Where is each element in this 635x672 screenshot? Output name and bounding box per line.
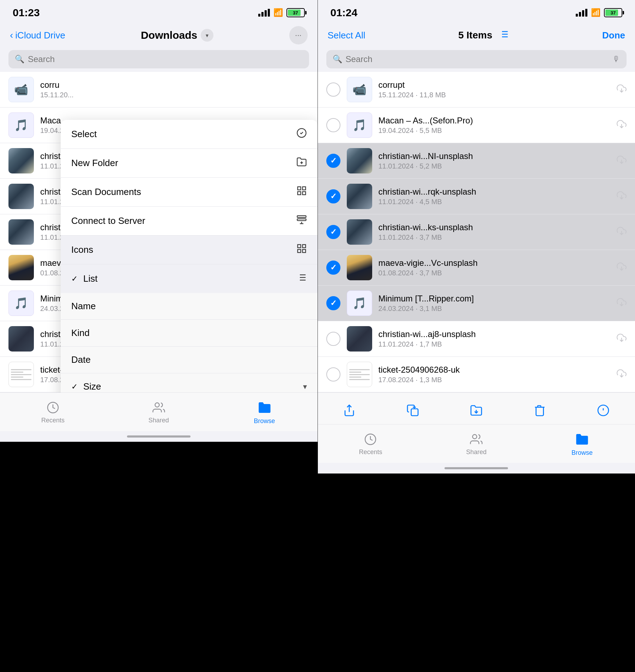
file-item-christian-ni[interactable]: christian-wi...NI-unsplash 11.01.2024 · … (318, 143, 635, 179)
move-button[interactable] (466, 400, 487, 421)
back-button-left[interactable]: ‹ iCloud Drive (10, 30, 65, 41)
cloud-icon-ticket[interactable] (617, 368, 627, 381)
cloud-icon-macan[interactable] (617, 119, 627, 132)
tab-recents-right[interactable]: Recents (318, 433, 424, 456)
chevron-down-size-icon: ▾ (303, 382, 307, 391)
tab-label-browse-left: Browse (254, 417, 275, 425)
menu-item-kind[interactable]: Kind (61, 320, 318, 347)
dropdown-toggle-button[interactable]: ▾ (201, 29, 213, 42)
file-thumb-christian3 (8, 219, 34, 245)
tab-browse-left[interactable]: Browse (212, 401, 318, 425)
cloud-icon-christian-rqk[interactable] (617, 190, 627, 203)
file-info-christian-aj8: christian-wi...aj8-unsplash 11.01.2024 ·… (379, 329, 611, 348)
menu-label-select: Select (71, 129, 97, 140)
cloud-icon-christian-ni[interactable] (617, 155, 627, 167)
menu-item-date[interactable]: Date (61, 347, 318, 373)
svg-point-48 (473, 435, 477, 439)
cloud-icon-corrupt[interactable] (617, 84, 627, 96)
file-item-maeva-right[interactable]: maeva-vigie...Vc-unsplash 01.08.2024 · 3… (318, 250, 635, 286)
svg-rect-9 (297, 219, 306, 221)
cloud-icon-maeva[interactable] (617, 262, 627, 274)
menu-item-size[interactable]: ✓ Size ▾ (61, 373, 318, 392)
select-circle-christian-ks[interactable] (326, 225, 340, 239)
tab-recents-left[interactable]: Recents (0, 401, 106, 424)
file-item-macan-right[interactable]: 🎵 Macan – As...(Sefon.Pro) 19.04.2024 · … (318, 108, 635, 143)
menu-label-new-folder: New Folder (71, 158, 118, 169)
file-meta-corrupt: 15.11.20... (40, 91, 309, 99)
file-item-christian-rqk[interactable]: christian-wi...rqk-unsplash 11.01.2024 ·… (318, 179, 635, 214)
menu-item-list[interactable]: ✓ List (61, 264, 318, 293)
file-thumb-minimum-right: 🎵 (347, 291, 372, 316)
wifi-icon-right: 📶 (591, 8, 600, 17)
filemeta-minimum-right: 24.03.2024 · 3,1 MB (379, 305, 611, 313)
menu-item-new-folder[interactable]: New Folder (61, 149, 318, 178)
items-count-title: 5 Items (458, 30, 492, 41)
search-input-left[interactable] (28, 54, 303, 64)
menu-item-connect-server[interactable]: Connect to Server (61, 207, 318, 236)
select-circle-ticket[interactable] (326, 367, 340, 381)
cloud-icon-minimum[interactable] (617, 297, 627, 310)
filemeta-macan-right: 19.04.2024 · 5,5 MB (379, 127, 611, 135)
filemeta-christian-rqk: 11.01.2024 · 4,5 MB (379, 198, 611, 206)
file-item-corrupt-right[interactable]: 📹 corrupt 15.11.2024 · 11,8 MB (318, 72, 635, 108)
video-icon: 📹 (14, 83, 28, 96)
cloud-icon-christian-aj8[interactable] (617, 333, 627, 345)
file-item-minimum-right[interactable]: 🎵 Minimum [T...Ripper.com] 24.03.2024 · … (318, 286, 635, 321)
file-item-corrupt[interactable]: 📹 corru 15.11.20... (0, 72, 318, 108)
tab-browse-right[interactable]: Browse (529, 432, 635, 457)
share-button[interactable] (339, 400, 360, 421)
menu-item-select[interactable]: Select (61, 120, 318, 149)
search-bar-left[interactable]: 🔍 (8, 50, 309, 68)
tab-shared-right[interactable]: Shared (423, 433, 529, 456)
more-action-button[interactable] (593, 400, 614, 421)
svg-rect-4 (297, 187, 301, 190)
status-icons-left: 📶 37 (258, 8, 305, 17)
file-item-christian-aj8[interactable]: christian-wi...aj8-unsplash 11.01.2024 ·… (318, 321, 635, 357)
file-thumb-maeva (8, 255, 34, 280)
trash-button[interactable] (529, 400, 550, 421)
wifi-icon-left: 📶 (273, 8, 283, 17)
menu-item-name[interactable]: Name (61, 293, 318, 320)
select-circle-macan[interactable] (326, 118, 340, 132)
list-view-toggle-button[interactable] (498, 29, 509, 42)
menu-item-scan-documents[interactable]: Scan Documents (61, 178, 318, 207)
tab-label-browse-right: Browse (572, 449, 593, 457)
file-thumb-christian-ks (347, 219, 372, 245)
battery-icon-left: 37 (286, 8, 305, 17)
select-circle-christian-rqk[interactable] (326, 189, 340, 203)
nav-bar-left: ‹ iCloud Drive Downloads ▾ ··· (0, 23, 318, 48)
nav-title-area: Downloads ▾ (65, 29, 289, 42)
filemeta-christian-aj8: 11.01.2024 · 1,7 MB (379, 340, 611, 348)
file-thumb-christian-rqk (347, 184, 372, 209)
svg-point-23 (155, 403, 159, 407)
menu-label-name: Name (71, 301, 96, 312)
done-button[interactable]: Done (602, 30, 625, 41)
mic-icon-right[interactable]: 🎙 (612, 55, 620, 64)
more-button-left[interactable]: ··· (289, 26, 308, 44)
select-circle-corrupt[interactable] (326, 83, 340, 97)
tab-shared-left[interactable]: Shared (106, 401, 212, 424)
file-thumb-ticket (8, 362, 34, 387)
file-item-christian-ks[interactable]: christian-wi...ks-unsplash 11.01.2024 · … (318, 214, 635, 250)
search-input-right[interactable] (346, 54, 609, 64)
copy-button[interactable] (402, 400, 423, 421)
select-circle-christian-aj8[interactable] (326, 332, 340, 346)
file-item-ticket-right[interactable]: ticket-2504906268-uk 17.08.2024 · 1,3 MB (318, 357, 635, 392)
file-name-corrupt: corru (40, 80, 309, 90)
svg-rect-12 (297, 245, 301, 248)
ellipsis-icon: ··· (295, 31, 301, 40)
search-bar-right[interactable]: 🔍 🎙 (326, 50, 627, 68)
select-all-button[interactable]: Select All (328, 30, 365, 41)
status-bar-left: 01:23 📶 37 (0, 0, 318, 23)
select-circle-minimum[interactable] (326, 296, 340, 310)
menu-label-connect-server: Connect to Server (71, 215, 145, 226)
cloud-icon-christian-ks[interactable] (617, 226, 627, 238)
audio-icon-minimum-right: 🎵 (352, 297, 367, 310)
file-thumb-christian-aj8 (347, 326, 372, 352)
select-circle-christian-ni[interactable] (326, 154, 340, 168)
select-circle-maeva[interactable] (326, 261, 340, 275)
list-check-icon: ✓ (71, 274, 79, 283)
shared-icon-right (470, 433, 483, 447)
menu-item-icons[interactable]: Icons (61, 236, 318, 264)
file-thumb-minimum: 🎵 (8, 291, 34, 316)
